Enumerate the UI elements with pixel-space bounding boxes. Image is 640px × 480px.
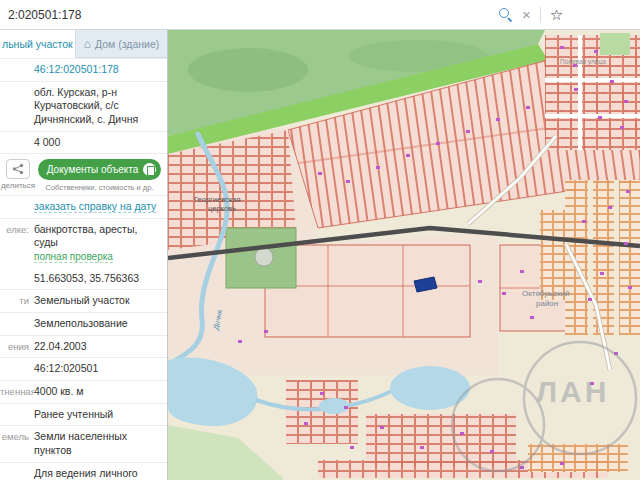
church-label: церковь [208, 204, 236, 213]
search-input[interactable] [0, 0, 490, 29]
watermark-text: ЛАН [536, 375, 609, 408]
detail-label [0, 467, 34, 468]
divider [540, 7, 541, 23]
bottom-grid-right [528, 444, 628, 472]
map-canvas[interactable]: Георгиевская церковь Октябрьский район П… [168, 30, 640, 480]
detail-label: тненная [0, 385, 34, 397]
certificate-row: заказать справку на дату [0, 195, 167, 218]
detail-label [0, 408, 34, 409]
object-info-panel: льный участок ⌂ Дом (здание) 46:12:02050… [0, 30, 168, 480]
green-block [600, 33, 630, 55]
detail-value: 46:12:020501 [34, 362, 161, 376]
bottom-grid-center [366, 414, 516, 466]
street [578, 35, 582, 150]
detail-value: Для ведения личного подсобного хозяйства [34, 467, 161, 480]
address-row: обл. Курская, р-н Курчатовский, с/с Дичн… [0, 81, 167, 131]
address-value: обл. Курская, р-н Курчатовский, с/с Дичн… [34, 86, 161, 127]
actions-row: делиться Документы объекта Собственники,… [0, 153, 167, 195]
share-caption: делиться [1, 181, 35, 190]
share-button[interactable] [6, 159, 30, 179]
street-label: Полевая улица [560, 58, 606, 66]
detail-value: Землепользование [34, 317, 161, 331]
cemetery-circle [255, 248, 273, 266]
bookmark-star-icon[interactable]: ☆ [550, 7, 563, 22]
tab-land-parcel[interactable]: льный участок [0, 30, 76, 58]
detail-row: ения 22.04.2003 [0, 335, 167, 358]
document-icon [143, 163, 156, 176]
lane [588, 180, 593, 335]
documents-button[interactable]: Документы объекта [38, 159, 162, 180]
app-window: × ☆ льный участок ⌂ Дом (здание) 46:12:0… [0, 0, 640, 480]
cost-value: 4 000 [34, 136, 161, 150]
forest-texture [188, 48, 308, 92]
detail-value: Ранее учтенный [34, 408, 161, 422]
detail-value: Земельный участок [34, 294, 161, 308]
detail-row: емель Земли населенных пунктов [0, 425, 167, 461]
detail-value: Земли населенных пунктов [34, 430, 161, 457]
search-icon[interactable] [498, 7, 513, 22]
share-block: делиться [0, 159, 36, 190]
street [545, 114, 640, 118]
bottom-grid-left [286, 380, 358, 444]
search-bar-icons: × ☆ [498, 0, 563, 29]
cost-row: 4 000 [0, 131, 167, 154]
object-tabs: льный участок ⌂ Дом (здание) [0, 30, 167, 58]
detail-label [0, 362, 34, 363]
checks-label: елке: [0, 223, 34, 235]
detail-rows: 51.663053, 35.756363 ти Земельный участо… [0, 268, 167, 480]
documents-block: Документы объекта Собственники, стоимост… [36, 159, 163, 192]
full-check-link[interactable]: полная проверка [34, 251, 113, 263]
detail-label: емель [0, 430, 34, 442]
district-label: район [536, 299, 558, 308]
tab-building-label: Дом (здание) [95, 38, 159, 50]
detail-row: тненная 4000 кв. м [0, 380, 167, 403]
search-bar: × ☆ [0, 0, 640, 30]
detail-label [0, 272, 34, 273]
cadastral-number[interactable]: 46:12:020501:178 [34, 63, 161, 77]
parcel-columns [565, 180, 640, 335]
detail-value: 51.663053, 35.756363 [34, 272, 161, 286]
certificate-link[interactable]: заказать справку на дату [34, 200, 156, 213]
share-icon [12, 163, 24, 175]
documents-button-label: Документы объекта [47, 164, 139, 175]
detail-label: ения [0, 340, 34, 352]
detail-label: ти [0, 294, 34, 306]
detail-row: 51.663053, 35.756363 [0, 268, 167, 290]
district-label: Октябрьский [522, 289, 569, 298]
detail-value: 4000 кв. м [34, 385, 161, 399]
detail-value: 22.04.2003 [34, 340, 161, 354]
checks-row: елке: банкротства, аресты, суды полная п… [0, 218, 167, 268]
house-icon: ⌂ [84, 38, 91, 50]
checks-value: банкротства, аресты, суды [34, 223, 137, 249]
clear-search-icon[interactable]: × [522, 7, 531, 22]
lane [614, 180, 619, 335]
detail-row: Для ведения личного подсобного хозяйства [0, 462, 167, 480]
detail-row: 46:12:020501 [0, 357, 167, 380]
detail-row: ти Земельный участок [0, 289, 167, 312]
street [545, 78, 640, 82]
tab-building[interactable]: ⌂ Дом (здание) [76, 30, 167, 58]
parcel-small-grid [540, 210, 565, 300]
detail-label [0, 317, 34, 318]
church-label: Георгиевская [194, 195, 241, 204]
cadastral-number-row: 46:12:020501:178 [0, 58, 167, 81]
detail-row: Землепользование [0, 312, 167, 335]
detail-row: Ранее учтенный [0, 403, 167, 426]
map[interactable]: Георгиевская церковь Октябрьский район П… [168, 30, 640, 480]
documents-caption: Собственники, стоимость и др. [45, 183, 153, 192]
